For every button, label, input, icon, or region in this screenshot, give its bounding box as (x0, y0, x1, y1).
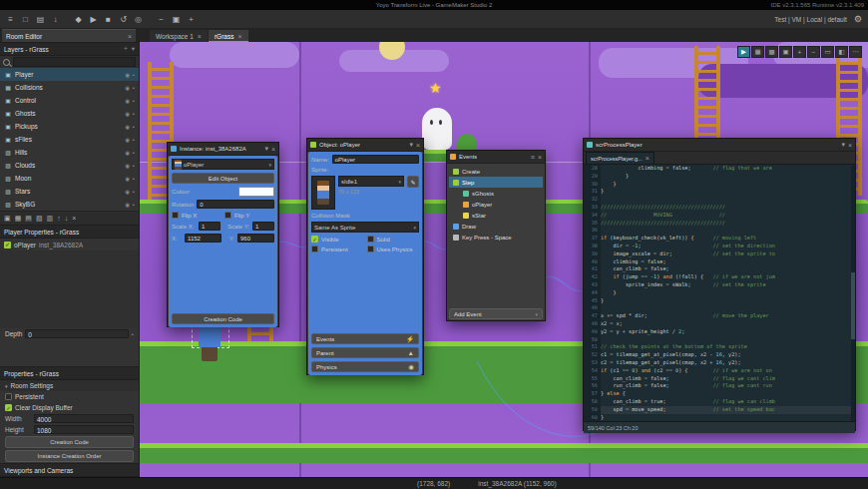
layer-row-collisions[interactable]: ▦Collisions◉▪ (0, 81, 139, 94)
zoom-out-icon[interactable]: − (155, 13, 168, 26)
close-icon[interactable]: × (848, 142, 852, 149)
layer-row-moon[interactable]: ▨Moon◉▪ (0, 172, 139, 185)
persistent-checkbox[interactable] (311, 245, 318, 252)
more-options-icon[interactable]: ⋯ (849, 46, 862, 58)
height-field[interactable]: 1080 (34, 425, 134, 434)
event-item-oplayer[interactable]: oPlayer (449, 199, 543, 210)
visibility-eye-icon[interactable]: ◉ (125, 98, 130, 104)
layer-row-sflies[interactable]: ▣sFlies◉▪ (0, 133, 139, 146)
zoom-out-icon[interactable]: − (807, 46, 820, 58)
new-project-icon[interactable]: □ (19, 13, 32, 26)
lock-icon[interactable]: ▪ (133, 202, 135, 208)
instance-creation-order-button[interactable]: Instance Creation Order (5, 450, 134, 462)
add-tile-layer-icon[interactable]: ▦ (15, 215, 22, 223)
lock-icon[interactable]: ▪ (133, 163, 135, 169)
visibility-eye-icon[interactable]: ◉ (125, 72, 130, 78)
edit-object-button[interactable]: Edit Object (172, 173, 274, 184)
scale-x-field[interactable]: 1 (199, 222, 220, 231)
visibility-eye-icon[interactable]: ◉ (125, 163, 130, 169)
code-tab[interactable]: scrProcessPlayer.g... × (586, 152, 654, 164)
lock-icon[interactable]: ▪ (133, 176, 135, 182)
zoom-fit-icon[interactable]: ▭ (821, 46, 834, 58)
lock-icon[interactable]: ▪ (133, 124, 135, 130)
visible-checkbox[interactable]: ✓ (311, 236, 318, 243)
visibility-eye-icon[interactable]: ◉ (125, 150, 130, 156)
visibility-eye-icon[interactable]: ◉ (125, 137, 130, 143)
grid-icon[interactable]: ▦ (751, 46, 764, 58)
close-icon[interactable]: × (646, 155, 650, 162)
layer-view-icon[interactable]: ▣ (779, 46, 792, 58)
lock-icon[interactable]: ▪ (133, 85, 135, 91)
lower-layer-icon[interactable]: ↓ (65, 215, 69, 222)
menu-icon[interactable]: ≡ (4, 13, 17, 26)
lock-icon[interactable]: ▪ (133, 150, 135, 156)
room-creation-code-button[interactable]: Creation Code (5, 436, 134, 448)
pin-icon[interactable]: ▾ (409, 141, 413, 149)
add-event-button[interactable]: Add Event ▾ (449, 308, 543, 319)
uses-physics-checkbox[interactable] (367, 245, 374, 252)
list-icon[interactable]: ≡ (531, 154, 535, 161)
y-field[interactable]: 960 (237, 234, 274, 243)
target-info[interactable]: Test | VM | Local | default (774, 16, 847, 23)
layer-row-clouds[interactable]: ▨Clouds◉▪ (0, 159, 139, 172)
persistent-checkbox[interactable] (5, 393, 12, 400)
tab-room-editor[interactable]: Room Editor × (2, 29, 136, 43)
event-item-draw[interactable]: Draw (449, 221, 543, 232)
code-scrollbar[interactable] (851, 165, 855, 421)
colour-swatch[interactable] (238, 187, 274, 197)
scale-y-field[interactable]: 1 (252, 222, 274, 231)
width-field[interactable]: 4000 (34, 414, 134, 423)
close-icon[interactable]: × (198, 33, 202, 40)
event-item-sghosts[interactable]: sGhosts (449, 188, 543, 199)
code-area[interactable]: 28 climbing = false; // flag that we are… (584, 165, 855, 421)
lock-icon[interactable]: ▪ (133, 98, 135, 104)
close-icon[interactable]: × (237, 33, 241, 40)
split-view-icon[interactable]: ◧ (835, 46, 848, 58)
add-instance-layer-icon[interactable]: ▣ (4, 215, 11, 223)
pin-icon[interactable]: ▾ (264, 145, 268, 153)
instance-list-item[interactable]: ✓ oPlayer inst_38A2682A (0, 239, 139, 250)
instance-creation-code-button[interactable]: Creation Code (172, 313, 274, 324)
parent-button[interactable]: Parent ▲ (311, 347, 419, 358)
open-project-icon[interactable]: ▤ (34, 13, 47, 26)
close-icon[interactable]: × (271, 146, 275, 153)
event-item-create[interactable]: Create (449, 166, 543, 177)
add-asset-layer-icon[interactable]: ▤ (25, 215, 32, 223)
close-icon[interactable]: × (538, 154, 542, 161)
layer-row-stars[interactable]: ▨Stars◉▪ (0, 185, 139, 198)
edit-sprite-button[interactable]: ✎ (407, 176, 419, 188)
close-icon[interactable]: × (128, 33, 132, 40)
layer-row-hills[interactable]: ▨Hills◉▪ (0, 146, 139, 159)
event-item-step[interactable]: Step (449, 177, 543, 188)
zoom-in-icon[interactable]: + (185, 13, 198, 26)
pin-icon[interactable]: ▾ (841, 141, 845, 149)
clean-icon[interactable]: ↺ (117, 13, 130, 26)
visibility-eye-icon[interactable]: ◉ (125, 124, 130, 130)
debug-icon[interactable]: ◆ (72, 13, 85, 26)
sprite-select[interactable]: sIdle1 ▾ (338, 176, 404, 187)
events-panel-header[interactable]: Events ≡ × (447, 151, 545, 164)
layer-row-pickups[interactable]: ▣Pickups◉▪ (0, 120, 139, 133)
visibility-eye-icon[interactable]: ◉ (125, 189, 130, 195)
close-icon[interactable]: × (416, 142, 420, 149)
depth-field[interactable]: 0 (25, 329, 129, 338)
lock-icon[interactable]: ▪ (133, 189, 135, 195)
object-panel-header[interactable]: Object: oPlayer ▾ × (307, 139, 423, 152)
ghost-sprite[interactable] (422, 108, 452, 150)
event-item-key-press-space[interactable]: Key Press - Space (449, 232, 543, 243)
zoom-reset-icon[interactable]: ▣ (170, 13, 183, 26)
raise-layer-icon[interactable]: ↑ (57, 215, 61, 222)
events-button[interactable]: Events ⚡ (311, 333, 419, 344)
flip-x-checkbox[interactable] (172, 212, 179, 219)
star-sprite[interactable]: ★ (429, 80, 442, 96)
solid-checkbox[interactable] (367, 236, 374, 243)
x-field[interactable]: 1152 (185, 234, 221, 243)
save-project-icon[interactable]: ↓ (49, 13, 62, 26)
code-panel-header[interactable]: scrProcessPlayer ▾ × (584, 139, 855, 152)
lock-icon[interactable]: ▪ (132, 331, 134, 337)
visibility-eye-icon[interactable]: ◉ (125, 176, 130, 182)
layer-search-input[interactable] (13, 57, 136, 67)
object-name-field[interactable]: oPlayer (332, 155, 419, 164)
target-icon[interactable]: ◎ (132, 13, 145, 26)
layer-row-control[interactable]: ▣Control◉▪ (0, 94, 139, 107)
